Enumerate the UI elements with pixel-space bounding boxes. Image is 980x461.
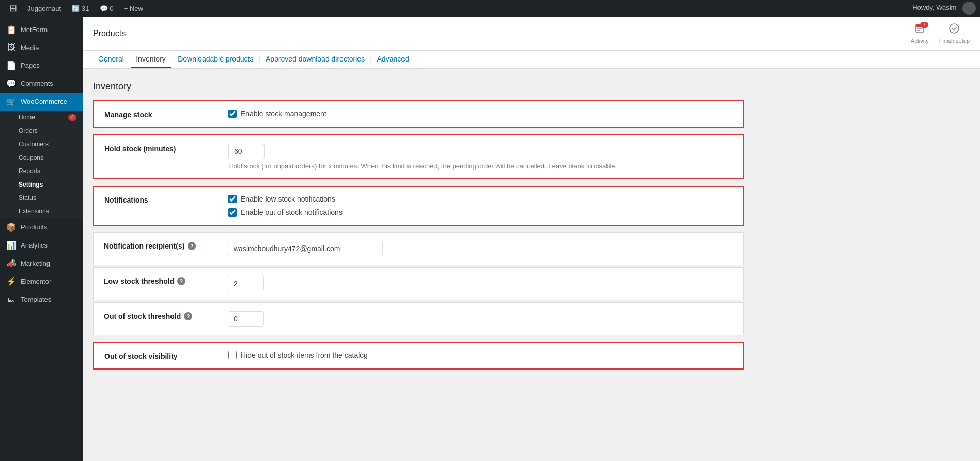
notification-recipient-input[interactable] xyxy=(228,241,383,256)
sidebar-item-label: Templates xyxy=(21,296,51,303)
hold-stock-control: Hold stock (for unpaid orders) for x min… xyxy=(228,144,733,170)
woocommerce-icon: 🛒 xyxy=(6,97,17,106)
out-of-stock-threshold-input[interactable] xyxy=(228,311,264,327)
out-of-stock-threshold-row: Out of stock threshold ? xyxy=(93,302,744,335)
sidebar-item-templates[interactable]: 🗂 Templates xyxy=(0,290,83,308)
sidebar-item-media[interactable]: 🖼 Media xyxy=(0,39,83,56)
sidebar-item-marketing[interactable]: 📣 Marketing xyxy=(0,254,83,272)
tab-approved[interactable]: Approved download directories xyxy=(260,51,370,68)
sidebar-item-elementor[interactable]: ⚡ Elementor xyxy=(0,272,83,290)
sidebar-item-label: Pages xyxy=(21,62,40,69)
hold-stock-label: Hold stock (minutes) xyxy=(104,144,228,153)
svg-point-4 xyxy=(950,24,959,33)
templates-icon: 🗂 xyxy=(6,295,17,304)
submenu-reports[interactable]: Reports xyxy=(0,164,83,178)
elementor-icon: ⚡ xyxy=(6,276,17,286)
hide-out-of-stock-checkbox[interactable] xyxy=(228,351,237,359)
products-icon: 📦 xyxy=(6,222,17,232)
sidebar-item-label: MetForm xyxy=(21,26,48,34)
woocommerce-submenu: Home 4 Orders Customers Coupons Reports … xyxy=(0,111,83,218)
low-stock-notifications-label[interactable]: Enable low stock notifications xyxy=(241,195,335,203)
notifications-label: Notifications xyxy=(104,195,228,204)
hold-stock-row: Hold stock (minutes) Hold stock (for unp… xyxy=(93,134,744,179)
notification-recipient-row: Notification recipient(s) ? xyxy=(93,232,744,265)
low-stock-threshold-input[interactable] xyxy=(228,276,264,291)
low-stock-threshold-row: Low stock threshold ? xyxy=(93,267,744,300)
howdy-text: Howdy, Wasim xyxy=(912,4,956,11)
notification-recipient-label: Notification recipient(s) ? xyxy=(104,241,228,250)
enable-stock-management-label[interactable]: Enable stock management xyxy=(241,110,326,118)
header-actions: ! Activity Finish setup xyxy=(911,23,970,44)
comments[interactable]: 💬 0 xyxy=(95,0,119,17)
page-title: Products xyxy=(93,29,126,38)
submenu-status[interactable]: Status xyxy=(0,191,83,205)
sidebar-item-label: Comments xyxy=(21,80,53,87)
tab-navigation: General | Inventory | Downloadable produ… xyxy=(83,51,980,69)
hold-stock-description: Hold stock (for unpaid orders) for x min… xyxy=(228,162,733,170)
tab-general[interactable]: General xyxy=(93,51,129,68)
out-of-stock-visibility-label: Out of stock visibility xyxy=(104,351,228,360)
notifications-control: Enable low stock notifications Enable ou… xyxy=(228,195,733,217)
enable-stock-management-checkbox[interactable] xyxy=(228,110,237,118)
hide-out-of-stock-label[interactable]: Hide out of stock items from the catalog xyxy=(241,351,368,359)
manage-stock-row: Manage stock Enable stock management xyxy=(93,100,744,128)
out-of-stock-visibility-row: Out of stock visibility Hide out of stoc… xyxy=(93,342,744,370)
sidebar-item-woocommerce[interactable]: 🛒 WooCommerce xyxy=(0,93,83,111)
out-of-stock-threshold-control xyxy=(228,311,733,327)
activity-button[interactable]: ! Activity xyxy=(911,23,929,44)
notifications-row: Notifications Enable low stock notificat… xyxy=(93,186,744,226)
activity-icon: ! xyxy=(914,23,925,37)
sidebar-item-label: Analytics xyxy=(21,241,48,249)
low-stock-threshold-help-icon[interactable]: ? xyxy=(177,277,185,285)
sidebar-item-analytics[interactable]: 📊 Analytics xyxy=(0,236,83,254)
admin-bar: ⊞ Juggernaut 🔄 31 💬 0 + New Howdy, Wasim xyxy=(0,0,980,17)
new-content[interactable]: + New xyxy=(119,0,148,17)
submenu-coupons[interactable]: Coupons xyxy=(0,151,83,164)
activity-label: Activity xyxy=(911,38,929,44)
section-title: Inventory xyxy=(93,81,744,92)
comments-menu-icon: 💬 xyxy=(6,79,17,88)
sidebar-item-label: Media xyxy=(21,44,39,52)
submenu-home[interactable]: Home 4 xyxy=(0,111,83,124)
submenu-orders[interactable]: Orders xyxy=(0,124,83,137)
sidebar-item-metform[interactable]: 📋 MetForm xyxy=(0,21,83,39)
sidebar: 📋 MetForm 🖼 Media 📄 Pages 💬 Comments 🛒 W… xyxy=(0,17,83,461)
tab-advanced[interactable]: Advanced xyxy=(372,51,414,68)
marketing-icon: 📣 xyxy=(6,258,17,268)
pages-icon: 📄 xyxy=(6,60,17,70)
wp-logo[interactable]: ⊞ xyxy=(4,0,22,17)
submenu-settings[interactable]: Settings xyxy=(0,178,83,191)
sidebar-item-comments[interactable]: 💬 Comments xyxy=(0,74,83,93)
main-content: Products ! Activity xyxy=(83,17,980,461)
finish-setup-icon xyxy=(948,23,960,37)
submenu-customers[interactable]: Customers xyxy=(0,137,83,151)
sidebar-item-label: Products xyxy=(21,223,47,231)
finish-setup-label: Finish setup xyxy=(939,38,970,44)
out-of-stock-notifications-checkbox[interactable] xyxy=(228,208,237,217)
out-of-stock-notifications-label[interactable]: Enable out of stock notifications xyxy=(241,208,343,217)
updates[interactable]: 🔄 31 xyxy=(66,0,94,17)
tab-downloadable[interactable]: Downloadable products xyxy=(173,51,258,68)
out-of-stock-threshold-help-icon[interactable]: ? xyxy=(184,312,192,320)
sidebar-item-products[interactable]: 📦 Products xyxy=(0,218,83,236)
sidebar-item-label: Elementor xyxy=(21,278,51,285)
low-stock-notifications-checkbox[interactable] xyxy=(228,195,237,203)
sidebar-item-label: Marketing xyxy=(21,259,50,267)
tab-inventory[interactable]: Inventory xyxy=(131,51,171,68)
hold-stock-input[interactable] xyxy=(228,144,265,159)
finish-setup-button[interactable]: Finish setup xyxy=(939,23,970,44)
home-badge: 4 xyxy=(68,114,76,121)
metform-icon: 📋 xyxy=(6,25,17,35)
comments-icon: 💬 xyxy=(100,5,108,12)
manage-stock-label: Manage stock xyxy=(104,110,228,119)
notification-recipient-control xyxy=(228,241,733,256)
analytics-icon: 📊 xyxy=(6,240,17,250)
notification-recipient-help-icon[interactable]: ? xyxy=(188,242,196,250)
low-stock-threshold-control xyxy=(228,276,733,291)
submenu-extensions[interactable]: Extensions xyxy=(0,205,83,218)
activity-badge: ! xyxy=(920,22,928,28)
sidebar-item-pages[interactable]: 📄 Pages xyxy=(0,56,83,74)
out-of-stock-visibility-control: Hide out of stock items from the catalog xyxy=(228,351,733,359)
wordpress-icon: ⊞ xyxy=(9,3,17,14)
site-name[interactable]: Juggernaut xyxy=(22,0,66,17)
